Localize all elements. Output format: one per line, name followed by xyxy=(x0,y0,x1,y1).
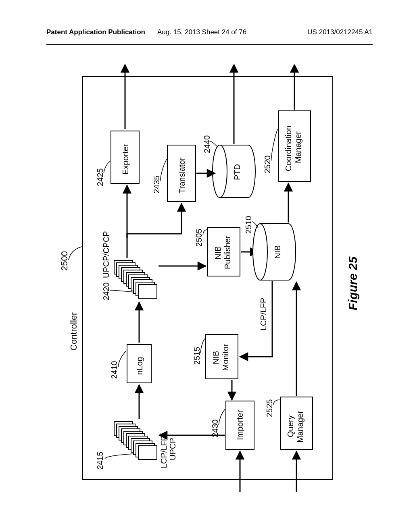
query-manager-label-l2: Manager xyxy=(296,411,305,443)
input-stack-ref: 2415 xyxy=(96,452,104,470)
nib-ref: 2510 xyxy=(244,216,253,234)
nlog-ref: 2410 xyxy=(110,361,119,379)
nib-monitor-label-l2: Monitor xyxy=(221,344,230,371)
lcp-lfp-label: LCP/LFP xyxy=(259,298,268,330)
exporter-ref: 2425 xyxy=(96,168,104,187)
header-right: US 2013/0212245 A1 xyxy=(307,28,373,36)
nib-publisher-ref: 2505 xyxy=(194,229,203,247)
query-manager-label-l1: Query xyxy=(286,416,295,437)
figure-caption: Figure 25 xyxy=(346,256,359,310)
svg-rect-24 xyxy=(138,285,157,298)
svg-point-34 xyxy=(253,224,267,280)
coord-manager-ref: 2520 xyxy=(263,156,272,174)
nib-publisher-label-l2: Publisher xyxy=(223,235,232,269)
ptd-ref: 2440 xyxy=(202,135,211,154)
page-header: Patent Application Publication Aug. 15, … xyxy=(46,28,373,45)
importer-ref: 2430 xyxy=(211,420,219,438)
input-stack-label-l1: LCP/LFP/ xyxy=(159,433,168,468)
controller-label: Controller xyxy=(69,312,79,351)
nib-monitor-ref: 2515 xyxy=(192,347,201,365)
output-stack-ref: 2420 xyxy=(102,283,111,301)
query-manager-ref: 2525 xyxy=(265,399,274,418)
nib-publisher-label-l1: NIB xyxy=(213,246,222,260)
svg-rect-10 xyxy=(138,446,157,459)
nib-monitor-label-l1: NIB xyxy=(211,351,220,364)
translator-ref: 2435 xyxy=(152,176,161,194)
nlog-label: nLog xyxy=(135,357,144,375)
nib-label: NIB xyxy=(273,245,282,259)
output-stack-label: UPCP/CPCP xyxy=(102,231,111,278)
coord-manager-label-l1: Coordination xyxy=(284,126,293,171)
translator-label: Translator xyxy=(177,157,186,193)
svg-point-26 xyxy=(213,145,227,197)
header-left: Patent Application Publication xyxy=(46,28,145,36)
input-stack-label-l2: UPCP xyxy=(168,438,177,460)
importer-label: Importer xyxy=(236,410,244,440)
controller-ref: 2500 xyxy=(59,251,69,271)
figure-25: Controller 2500 2415 LCP/LFP/ UPCP nLog … xyxy=(46,64,369,492)
exporter-label: Exporter xyxy=(121,144,130,175)
coord-manager-label-l2: Manager xyxy=(294,131,302,163)
header-center: Aug. 15, 2013 Sheet 24 of 76 xyxy=(157,28,246,36)
ptd-label: PTD xyxy=(233,164,242,180)
